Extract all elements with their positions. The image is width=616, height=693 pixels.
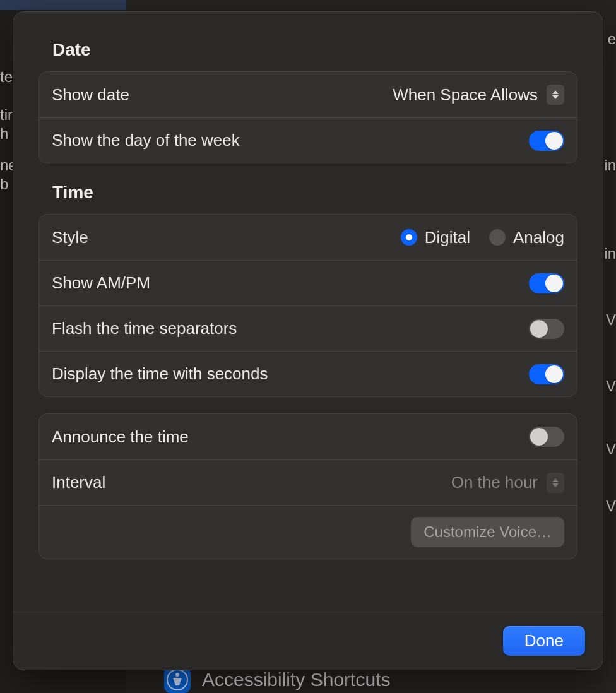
done-button[interactable]: Done xyxy=(503,626,585,656)
label-display-seconds: Display the time with seconds xyxy=(52,364,268,384)
sheet-footer: Done xyxy=(13,612,603,670)
chevron-updown-icon xyxy=(547,85,564,105)
label-show-day-of-week: Show the day of the week xyxy=(52,131,240,150)
chevron-updown-icon xyxy=(547,473,564,493)
customize-voice-button: Customize Voice… xyxy=(411,517,564,547)
group-time-announce: Announce the time Interval On the hour C… xyxy=(38,413,578,559)
label-announce-time: Announce the time xyxy=(52,427,189,447)
row-customize-voice: Customize Voice… xyxy=(39,505,577,559)
radio-option-analog[interactable]: Analog xyxy=(489,228,564,247)
radio-option-digital[interactable]: Digital xyxy=(401,228,470,247)
toggle-show-ampm[interactable] xyxy=(529,273,564,293)
toggle-flash-separators[interactable] xyxy=(529,319,564,339)
accessibility-icon xyxy=(164,666,191,693)
radio-icon xyxy=(489,229,506,246)
row-flash-separators: Flash the time separators xyxy=(39,305,577,351)
radio-label-digital: Digital xyxy=(425,228,470,247)
background-row-accessibility[interactable]: Accessibility Shortcuts xyxy=(164,666,390,693)
label-flash-separators: Flash the time separators xyxy=(52,319,237,338)
section-title-time: Time xyxy=(52,182,578,203)
row-show-ampm: Show AM/PM xyxy=(39,260,577,305)
popup-value-interval: On the hour xyxy=(451,473,538,492)
radio-icon xyxy=(401,229,417,246)
clock-options-sheet: Date Show date When Space Allows Show th… xyxy=(13,11,603,670)
toggle-announce-time[interactable] xyxy=(529,427,564,447)
group-date: Show date When Space Allows Show the day… xyxy=(38,71,578,163)
toggle-show-day-of-week[interactable] xyxy=(529,131,564,151)
row-show-day-of-week: Show the day of the week xyxy=(39,117,577,163)
label-show-date: Show date xyxy=(52,85,129,105)
radio-label-analog: Analog xyxy=(513,228,564,247)
popup-value-show-date: When Space Allows xyxy=(393,85,538,105)
toggle-display-seconds[interactable] xyxy=(529,364,564,384)
radio-group-style: Digital Analog xyxy=(401,228,564,247)
group-time-main: Style Digital Analog Show AM/PM F xyxy=(38,214,578,397)
label-style: Style xyxy=(52,228,88,247)
popup-show-date[interactable]: When Space Allows xyxy=(393,85,564,105)
row-announce-time: Announce the time xyxy=(39,414,577,459)
label-show-ampm: Show AM/PM xyxy=(52,273,150,293)
row-show-date: Show date When Space Allows xyxy=(39,72,577,117)
row-interval: Interval On the hour xyxy=(39,459,577,505)
popup-interval: On the hour xyxy=(451,473,564,493)
row-display-seconds: Display the time with seconds xyxy=(39,351,577,396)
label-interval: Interval xyxy=(52,473,105,492)
accessibility-label: Accessibility Shortcuts xyxy=(202,669,390,690)
row-style: Style Digital Analog xyxy=(39,215,577,260)
section-title-date: Date xyxy=(52,40,578,60)
